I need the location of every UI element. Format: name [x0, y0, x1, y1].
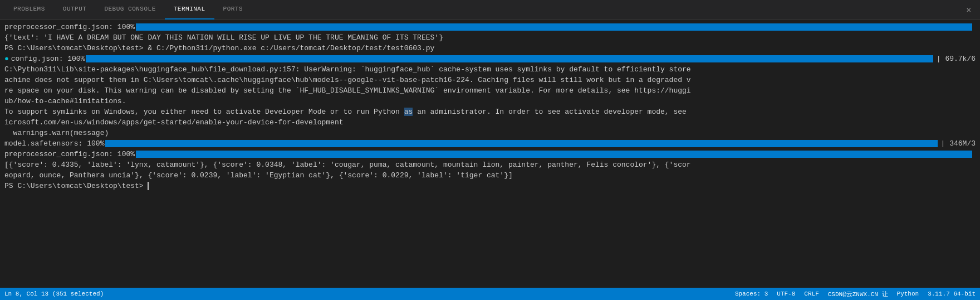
tab-bar: PROBLEMS OUTPUT DEBUG CONSOLE TERMINAL P…: [0, 0, 980, 20]
status-spaces: Spaces: 3: [735, 291, 768, 297]
progress-label-4: preprocessor_config.json: 100%: [4, 149, 135, 159]
progress-label-3: model.safetensors: 100%: [4, 138, 104, 149]
cursor: [148, 182, 153, 190]
status-arch: 3.11.7 64-bit: [928, 291, 976, 297]
status-language[interactable]: Python: [897, 291, 919, 297]
close-panel-button[interactable]: ✕: [962, 3, 976, 17]
terminal-line-11: warnings.warn(message): [4, 128, 976, 138]
progress-bar-2: [86, 55, 933, 62]
tab-output[interactable]: OUTPUT: [54, 0, 96, 20]
tab-ports[interactable]: PORTS: [214, 0, 252, 20]
status-cursor-position: Ln 8, Col 13 (351 selected): [4, 291, 104, 297]
tab-debug-console[interactable]: DEBUG CONSOLE: [95, 0, 164, 20]
progress-label-1: preprocessor_config.json: 100%: [4, 22, 135, 32]
terminal-line-8: ub/how-to-cache#limitations.: [4, 96, 976, 107]
terminal-line-7: re space on your disk. This warning can …: [4, 85, 976, 96]
terminal-line-5: C:\Python311\Lib\site-packages\huggingfa…: [4, 64, 976, 75]
terminal-prompt-final: PS C:\Users\tomcat\Desktop\test>: [4, 181, 976, 191]
terminal-line-12: model.safetensors: 100% | 346M/3: [4, 138, 976, 149]
highlighted-text-as: as: [404, 108, 413, 116]
tab-bar-right: ✕: [962, 3, 976, 17]
status-bar-right: Spaces: 3 UTF-8 CRLF CSDN@云ZNWX.CN 让 Pyt…: [735, 290, 976, 298]
tab-terminal[interactable]: TERMINAL: [165, 0, 214, 20]
status-bar: Ln 8, Col 13 (351 selected) Spaces: 3 UT…: [0, 288, 980, 300]
progress-right-3: | 346M/3: [939, 138, 976, 149]
progress-label-2: config.json: 100%: [11, 54, 85, 64]
terminal-line-13: preprocessor_config.json: 100%: [4, 149, 976, 159]
terminal-line-10: icrosoft.com/en-us/windows/apps/get-star…: [4, 117, 976, 128]
progress-bar-4: [136, 151, 972, 158]
status-encoding: UTF-8: [777, 291, 795, 297]
progress-bar-3: [105, 140, 937, 147]
terminal-line-9: To support symlinks on Windows, you eith…: [4, 107, 976, 117]
terminal-line-14: [{'score': 0.4335, 'label': 'lynx, catam…: [4, 159, 976, 170]
dot-cyan-icon: ●: [4, 54, 9, 64]
progress-bar-1: [136, 23, 972, 31]
terminal-line-3: PS C:\Users\tomcat\Desktop\test> & C:/Py…: [4, 43, 976, 54]
terminal-line-2: {'text': 'I HAVE A DREAM BUT ONE DAY THI…: [4, 32, 976, 43]
status-brand: CSDN@云ZNWX.CN 让: [828, 290, 888, 298]
tab-problems[interactable]: PROBLEMS: [4, 0, 54, 20]
terminal-container[interactable]: preprocessor_config.json: 100% {'text': …: [0, 20, 980, 288]
terminal-line-4: ● config.json: 100% | 69.7k/6: [4, 54, 976, 64]
terminal-line-15: eopard, ounce, Panthera uncia'}, {'score…: [4, 170, 976, 181]
terminal-line-1: preprocessor_config.json: 100%: [4, 22, 976, 32]
progress-right-2: | 69.7k/6: [934, 54, 976, 64]
status-line-ending: CRLF: [804, 291, 819, 297]
terminal-line-6: achine does not support them in C:\Users…: [4, 75, 976, 85]
